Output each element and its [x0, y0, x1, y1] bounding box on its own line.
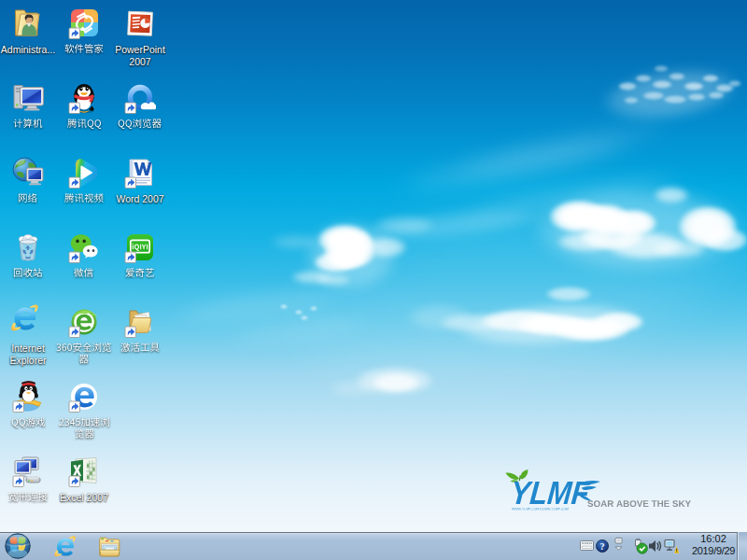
svg-text:?: ? — [600, 541, 605, 552]
